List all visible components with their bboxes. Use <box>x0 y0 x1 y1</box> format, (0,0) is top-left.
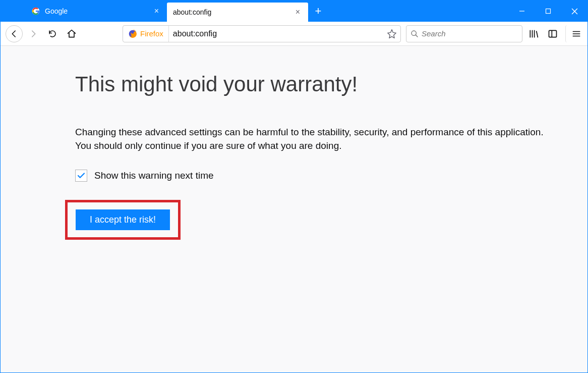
home-button[interactable] <box>63 25 80 42</box>
sidebar-icon <box>548 29 558 39</box>
warning-title: This might void your warranty! <box>75 72 577 96</box>
search-icon <box>410 30 419 38</box>
forward-button[interactable] <box>25 25 42 42</box>
window-maximize-button[interactable] <box>535 1 561 22</box>
google-favicon-icon <box>32 7 40 15</box>
svg-rect-8 <box>549 30 557 37</box>
hamburger-icon <box>572 29 581 38</box>
window-close-button[interactable] <box>561 1 587 22</box>
sidebar-button[interactable] <box>544 25 561 42</box>
search-input[interactable] <box>422 29 518 38</box>
maximize-icon <box>545 8 551 14</box>
new-tab-button[interactable]: + <box>308 1 328 22</box>
window-controls <box>509 1 587 22</box>
search-bar[interactable] <box>406 25 522 42</box>
url-input[interactable] <box>169 29 383 38</box>
warning-description: Changing these advanced settings can be … <box>75 126 559 152</box>
close-icon <box>571 8 578 15</box>
tab-aboutconfig-close-icon[interactable]: × <box>293 7 302 17</box>
bookmark-star-button[interactable] <box>383 29 400 39</box>
about-config-warning-page: This might void your warranty! Changing … <box>1 46 587 372</box>
svg-line-7 <box>416 35 418 37</box>
library-button[interactable] <box>525 25 542 42</box>
forward-arrow-icon <box>29 29 38 38</box>
show-warning-checkbox-row: Show this warning next time <box>75 170 577 182</box>
back-button[interactable] <box>6 25 23 42</box>
window-minimize-button[interactable] <box>509 1 535 22</box>
reload-icon <box>48 29 57 38</box>
show-warning-label: Show this warning next time <box>94 170 214 181</box>
star-icon <box>387 29 397 39</box>
tab-aboutconfig-label: about:config <box>173 8 288 16</box>
annotation-highlight: I accept the risk! <box>65 200 181 240</box>
navigation-toolbar: Firefox <box>1 22 587 46</box>
svg-rect-2 <box>546 9 551 14</box>
url-bar[interactable]: Firefox <box>123 25 401 42</box>
accept-risk-button[interactable]: I accept the risk! <box>76 209 170 230</box>
checkmark-icon <box>77 171 86 180</box>
home-icon <box>67 29 77 39</box>
tab-aboutconfig[interactable]: about:config × <box>167 3 308 22</box>
identity-label: Firefox <box>140 29 163 38</box>
back-arrow-icon <box>10 29 19 38</box>
reload-button[interactable] <box>44 25 61 42</box>
show-warning-checkbox[interactable] <box>75 170 87 182</box>
identity-box[interactable]: Firefox <box>123 26 169 42</box>
library-icon <box>528 29 539 39</box>
firefox-logo-icon <box>128 29 137 38</box>
minimize-icon <box>519 8 525 14</box>
tab-google-close-icon[interactable]: × <box>152 6 161 16</box>
tab-google[interactable]: Google × <box>26 1 167 22</box>
app-menu-button[interactable] <box>565 25 582 42</box>
tab-google-label: Google <box>45 7 147 15</box>
window-titlebar: Google × about:config × + <box>1 1 587 22</box>
